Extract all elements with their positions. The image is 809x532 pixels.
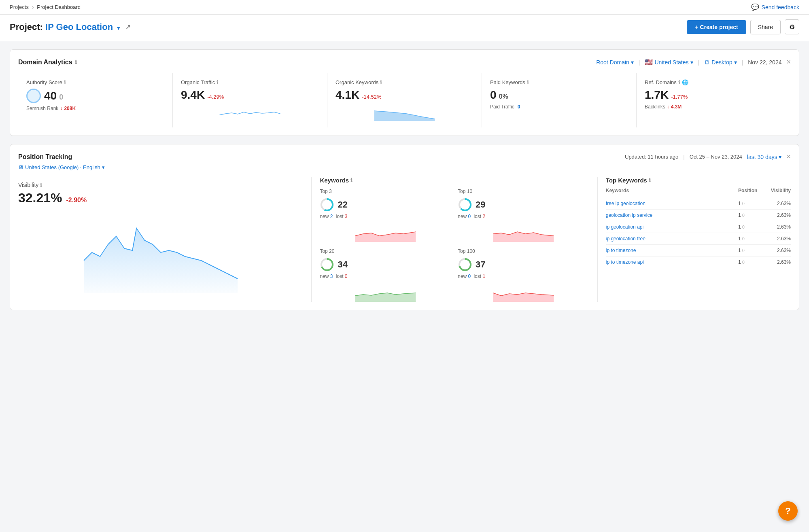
top100-chart (458, 282, 589, 302)
organic-keywords-chart (335, 105, 474, 121)
organic-traffic-chart (181, 105, 319, 121)
device-chevron: ▾ (734, 59, 737, 66)
tk-kw-5[interactable]: ip to timezone (606, 248, 738, 253)
top20-svg (320, 282, 451, 302)
tk-vis-5: 2.63% (762, 248, 791, 253)
breadcrumb-projects[interactable]: Projects (10, 4, 29, 10)
top3-label: Top 3 (320, 189, 451, 194)
top10-value: 29 (458, 197, 589, 212)
organic-keywords-change: -14.52% (362, 94, 381, 100)
pt-right: Updated: 11 hours ago | Oct 25 – Nov 23,… (625, 153, 791, 161)
tk-vis-2: 2.63% (762, 212, 791, 218)
tk-pos-3: 1 0 (738, 224, 762, 230)
authority-info-icon[interactable]: ℹ (64, 79, 66, 85)
send-feedback-link[interactable]: 💬 Send feedback (751, 3, 799, 11)
pt-left: Position Tracking (18, 153, 72, 161)
top3-svg (320, 222, 451, 242)
authority-score-metric: Authority Score ℹ 400 Semrush Rank ↓ 208… (18, 73, 173, 127)
top100-value: 37 (458, 257, 589, 272)
root-domain-label: Root Domain (596, 59, 629, 66)
visibility-info[interactable]: ℹ (40, 182, 42, 188)
authority-score-label: Authority Score ℹ (26, 79, 164, 85)
domain-analytics-info-icon[interactable]: ℹ (75, 59, 77, 65)
header-actions: + Create project Share ⚙ (687, 19, 799, 34)
country-dropdown[interactable]: 🇺🇸 United States ▾ (645, 58, 693, 66)
country-chevron: ▾ (690, 59, 693, 66)
country-flag: 🇺🇸 (645, 58, 653, 66)
breadcrumb: Projects › Project Dashboard (10, 4, 81, 10)
svg-marker-0 (374, 111, 435, 121)
share-button[interactable]: Share (750, 20, 781, 34)
pt-range-chevron: ▾ (779, 154, 781, 160)
table-row: ip geolocation free 1 0 2.63% (606, 233, 791, 245)
tk-kw-2[interactable]: geolocation ip service (606, 212, 738, 218)
tk-pos-1: 1 0 (738, 201, 762, 206)
top100-ring (458, 257, 472, 272)
top3-chart (320, 222, 451, 242)
organic-traffic-svg (181, 105, 319, 121)
table-row: ip to timezone api 1 0 2.63% (606, 256, 791, 268)
organic-traffic-metric: Organic Traffic ℹ 9.4K -4.29% (173, 73, 327, 127)
domain-analytics-card: Domain Analytics ℹ Root Domain ▾ | 🇺🇸 Un… (10, 49, 799, 136)
divider-2: | (698, 59, 700, 66)
top100-box: Top 100 37 new 0 lost 1 (458, 248, 589, 302)
organic-keywords-info[interactable]: ℹ (380, 79, 382, 85)
tk-pos-4: 1 0 (738, 236, 762, 242)
project-dropdown-icon[interactable]: ▾ (117, 25, 120, 31)
tk-vis-6: 2.63% (762, 259, 791, 265)
pt-location[interactable]: 🖥 United States (Google) · English ▾ (18, 164, 791, 170)
visibility-section: Visibility ℹ 32.21% -2.90% (18, 177, 312, 302)
breadcrumb-separator: › (32, 4, 34, 10)
tk-col-visibility: Visibility (762, 188, 791, 193)
tk-kw-4[interactable]: ip geolocation free (606, 236, 738, 242)
tk-pos-5: 1 0 (738, 248, 762, 253)
organic-keywords-label: Organic Keywords ℹ (335, 79, 474, 85)
analytics-date: Nov 22, 2024 (748, 59, 781, 66)
pt-updated: Updated: 11 hours ago (625, 154, 678, 160)
device-dropdown[interactable]: 🖥 Desktop ▾ (704, 59, 737, 66)
page-header: Project: IP Geo Location ▾ ↗ + Create pr… (0, 15, 809, 41)
pt-location-chevron: ▾ (102, 164, 105, 170)
table-row: geolocation ip service 1 0 2.63% (606, 210, 791, 221)
visibility-svg (18, 212, 303, 293)
ref-domains-label: Ref. Domains ℹ 🌐 (645, 79, 783, 85)
create-project-button[interactable]: + Create project (687, 20, 746, 34)
paid-keywords-info[interactable]: ℹ (527, 79, 529, 85)
domain-analytics-close[interactable]: × (786, 58, 791, 66)
authority-circle (26, 89, 41, 103)
top-keywords-section: Top Keywords ℹ Keywords Position Visibil… (598, 177, 791, 302)
main-content: Domain Analytics ℹ Root Domain ▾ | 🇺🇸 Un… (0, 41, 809, 318)
tk-vis-1: 2.63% (762, 201, 791, 206)
tk-vis-3: 2.63% (762, 224, 791, 230)
organic-traffic-info[interactable]: ℹ (217, 79, 219, 85)
top10-box: Top 10 29 new 0 lost 2 (458, 189, 589, 242)
tk-kw-3[interactable]: ip geolocation api (606, 224, 738, 230)
project-name[interactable]: IP Geo Location (45, 22, 113, 32)
backlinks: Backlinks ↓ 4.3M (645, 104, 783, 110)
top-keywords-info[interactable]: ℹ (649, 177, 651, 183)
pt-close[interactable]: × (786, 153, 791, 161)
root-domain-dropdown[interactable]: Root Domain ▾ (596, 59, 634, 66)
root-domain-chevron: ▾ (631, 59, 634, 66)
top-keywords-table: Keywords Position Visibility free ip geo… (606, 188, 791, 268)
tk-kw-1[interactable]: free ip geolocation (606, 201, 738, 206)
tk-pos-6: 1 0 (738, 259, 762, 265)
backlinks-value: 4.3M (671, 104, 682, 110)
top20-box: Top 20 34 new 3 lost 0 (320, 248, 451, 302)
position-tracking-card: Position Tracking Updated: 11 hours ago … (10, 144, 799, 310)
desktop-label: Desktop (711, 59, 732, 66)
keywords-info[interactable]: ℹ (350, 177, 352, 183)
external-link-icon[interactable]: ↗ (125, 23, 131, 31)
ref-domains-info[interactable]: ℹ (678, 79, 680, 85)
tk-col-position: Position (738, 188, 762, 193)
top10-chart (458, 222, 589, 242)
visibility-change: -2.90% (66, 197, 87, 204)
settings-button[interactable]: ⚙ (785, 19, 799, 34)
domain-analytics-title: Domain Analytics ℹ (18, 59, 77, 66)
tk-col-keywords: Keywords (606, 188, 738, 193)
project-label: Project: (10, 22, 43, 32)
pt-range-dropdown[interactable]: last 30 days ▾ (747, 154, 782, 160)
tk-pos-2: 1 0 (738, 212, 762, 218)
tk-kw-6[interactable]: ip to timezone api (606, 259, 738, 265)
organic-keywords-svg (335, 105, 474, 121)
